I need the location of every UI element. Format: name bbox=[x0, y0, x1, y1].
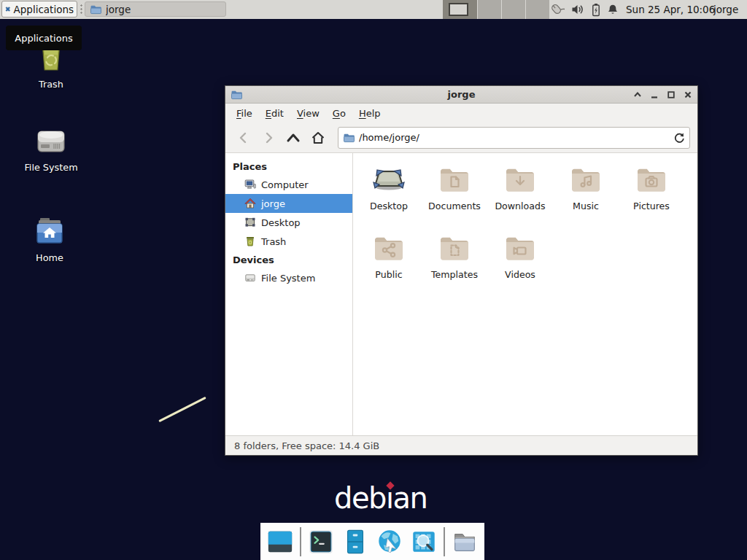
dock-separator bbox=[300, 527, 301, 556]
desktop-special-icon bbox=[371, 162, 406, 197]
taskbar-window-label: jorge bbox=[106, 4, 131, 15]
sidebar-header-devices: Devices bbox=[225, 251, 352, 268]
titlebar[interactable]: jorge bbox=[225, 86, 697, 104]
menu-file[interactable]: File bbox=[230, 106, 259, 121]
volume-icon[interactable] bbox=[571, 4, 585, 15]
home-button[interactable] bbox=[307, 127, 329, 149]
sidebar-item-label: jorge bbox=[261, 198, 285, 209]
desktop-icon-file-system[interactable]: File System bbox=[16, 124, 86, 173]
workspace-1[interactable] bbox=[443, 0, 477, 19]
sidebar-item-desktop[interactable]: Desktop bbox=[225, 213, 352, 232]
folder-template-icon bbox=[437, 230, 472, 265]
desktop-icon bbox=[244, 217, 256, 228]
file-label: Music bbox=[573, 201, 599, 211]
sidebar-item-label: Computer bbox=[261, 179, 309, 190]
folder-music-icon bbox=[568, 162, 603, 197]
computer-icon bbox=[244, 179, 256, 190]
maximize-button[interactable] bbox=[666, 90, 676, 100]
applications-menu-button[interactable]: Applications bbox=[1, 1, 77, 18]
folder-launcher[interactable] bbox=[450, 527, 479, 556]
path-folder-icon bbox=[343, 132, 355, 144]
taskbar-window-button[interactable]: jorge bbox=[85, 1, 226, 17]
up-button[interactable] bbox=[282, 127, 304, 149]
debian-logo-pre: deb bbox=[334, 481, 386, 515]
mouse-icon[interactable] bbox=[549, 2, 565, 17]
sidebar-item-trash[interactable]: Trash bbox=[225, 232, 352, 251]
panel-handle[interactable] bbox=[80, 4, 83, 15]
sidebar-item-label: File System bbox=[261, 273, 315, 284]
sidebar-item-computer[interactable]: Computer bbox=[225, 175, 352, 194]
folder-video-icon bbox=[503, 230, 538, 265]
file-videos[interactable]: Videos bbox=[487, 230, 553, 299]
applications-label: Applications bbox=[14, 4, 74, 15]
menubar: File Edit View Go Help bbox=[225, 104, 697, 122]
workspace-4[interactable] bbox=[526, 0, 549, 19]
top-panel: Applications jorge bbox=[0, 0, 747, 19]
window-folder-icon bbox=[231, 89, 242, 101]
file-pictures[interactable]: Pictures bbox=[619, 162, 684, 230]
file-label: Templates bbox=[431, 269, 478, 280]
menu-view[interactable]: View bbox=[290, 106, 326, 121]
file-label: Documents bbox=[428, 201, 481, 211]
app-finder-launcher[interactable] bbox=[409, 527, 438, 556]
folder-share-icon bbox=[371, 230, 406, 265]
file-desktop[interactable]: Desktop bbox=[356, 162, 422, 230]
show-desktop-launcher[interactable] bbox=[266, 527, 295, 556]
file-view: Desktop Documents bbox=[353, 153, 697, 435]
back-button[interactable] bbox=[233, 127, 255, 149]
file-public[interactable]: Public bbox=[356, 230, 422, 299]
status-text: 8 folders, Free space: 14.4 GiB bbox=[234, 440, 379, 451]
app-finder-icon bbox=[410, 528, 438, 556]
folder-icon bbox=[451, 528, 479, 556]
hard-drive-icon bbox=[32, 124, 70, 159]
status-bar: 8 folders, Free space: 14.4 GiB bbox=[225, 435, 697, 455]
reload-icon[interactable] bbox=[673, 132, 685, 144]
sidebar-header-places: Places bbox=[225, 158, 352, 175]
tooltip-text: Applications bbox=[15, 33, 72, 44]
terminal-launcher[interactable] bbox=[306, 527, 336, 556]
stray-line-artifact bbox=[158, 397, 206, 422]
folder-camera-icon bbox=[634, 162, 669, 197]
workspace-3[interactable] bbox=[502, 0, 525, 19]
menu-help[interactable]: Help bbox=[352, 106, 387, 121]
applications-tooltip: Applications bbox=[6, 26, 82, 50]
user-menu[interactable]: jorge bbox=[713, 0, 738, 19]
sidebar-item-file-system[interactable]: File System bbox=[225, 268, 352, 287]
system-tray bbox=[549, 0, 619, 19]
debian-logo-i: ı bbox=[386, 481, 393, 515]
file-templates[interactable]: Templates bbox=[422, 230, 487, 299]
web-browser-globe-icon bbox=[376, 528, 403, 556]
file-downloads[interactable]: Downloads bbox=[487, 162, 553, 230]
file-manager-window: jorge File Edit View Go Help bbox=[225, 85, 698, 456]
dock bbox=[260, 523, 484, 560]
sidebar-item-jorge[interactable]: jorge bbox=[225, 194, 352, 213]
path-input[interactable] bbox=[359, 132, 669, 143]
clock[interactable]: Sun 25 Apr, 10:06 bbox=[626, 0, 715, 19]
file-documents[interactable]: Documents bbox=[422, 162, 487, 230]
folder-download-icon bbox=[503, 162, 538, 197]
path-bar[interactable] bbox=[338, 127, 690, 149]
menu-edit[interactable]: Edit bbox=[259, 106, 290, 121]
sidebar-item-label: Desktop bbox=[261, 217, 301, 228]
window-title: jorge bbox=[225, 89, 697, 100]
debian-logo-post: an bbox=[393, 481, 427, 515]
dock-separator bbox=[444, 527, 445, 556]
notifications-bell-icon[interactable] bbox=[607, 4, 619, 16]
trash-icon bbox=[244, 236, 256, 247]
minimize-button[interactable] bbox=[649, 90, 659, 100]
menu-go[interactable]: Go bbox=[326, 106, 352, 121]
close-button[interactable] bbox=[683, 90, 693, 100]
web-browser-launcher[interactable] bbox=[375, 527, 404, 556]
window-controls bbox=[632, 86, 693, 104]
applications-icon bbox=[5, 3, 11, 15]
home-folder-icon bbox=[31, 213, 69, 249]
sidebar-item-label: Trash bbox=[261, 236, 286, 247]
desktop-icon-home[interactable]: Home bbox=[15, 213, 85, 263]
shade-button[interactable] bbox=[632, 90, 643, 100]
battery-icon[interactable] bbox=[592, 3, 600, 17]
file-manager-launcher[interactable] bbox=[341, 527, 370, 556]
forward-button[interactable] bbox=[258, 127, 279, 149]
file-music[interactable]: Music bbox=[553, 162, 619, 230]
workspace-2[interactable] bbox=[478, 0, 501, 19]
terminal-icon bbox=[307, 528, 335, 556]
